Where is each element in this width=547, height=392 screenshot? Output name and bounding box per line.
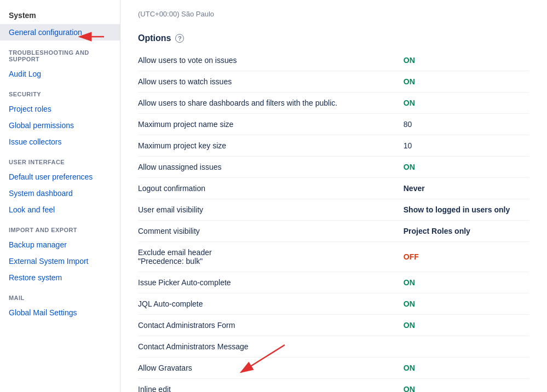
sidebar-section-section-import-export: IMPORT AND EXPORT (0, 218, 120, 237)
row-label-inline-edit: Inline edit (138, 379, 393, 393)
table-row-max-project-name: Maximum project name size80 (138, 114, 529, 135)
table-row-vote-issues: Allow users to vote on issuesON (138, 50, 529, 71)
row-value-max-project-name: 80 (393, 114, 529, 135)
sidebar-item-label-issue-collectors: Issue collectors (9, 137, 61, 146)
table-row-max-project-key: Maximum project key size10 (138, 135, 529, 157)
table-row-contact-admin-form: Contact Administrators FormON (138, 315, 529, 336)
table-row-inline-edit: Inline editON (138, 379, 529, 393)
row-value-allow-gravatars: ON (393, 358, 529, 379)
row-value-max-project-key: 10 (393, 135, 529, 157)
table-row-jql-autocomplete: JQL Auto-completeON (138, 293, 529, 315)
table-row-email-header: Exclude email header"Precedence: bulk"OF… (138, 242, 529, 272)
row-label-contact-admin-message: Contact Administrators Message (138, 336, 393, 358)
main-content: (UTC+00:00) São Paulo Options ? Allow us… (120, 0, 547, 392)
sidebar-item-issue-collectors[interactable]: Issue collectors (0, 134, 120, 150)
sidebar-item-label-backup-manager: Backup manager (9, 240, 67, 249)
table-row-share-dashboards: Allow users to share dashboards and filt… (138, 93, 529, 114)
top-breadcrumb: (UTC+00:00) São Paulo (138, 0, 529, 20)
row-value-watch-issues: ON (393, 71, 529, 93)
row-label-issue-picker: Issue Picker Auto-complete (138, 272, 393, 293)
row-value-logout-confirmation: Never (393, 178, 529, 199)
row-value-email-header: OFF (393, 242, 529, 272)
sidebar-top-label: System (0, 7, 120, 24)
sidebar-section-section-user-interface: USER INTERFACE (0, 150, 120, 169)
sidebar-item-label-system-dashboard: System dashboard (9, 189, 73, 198)
row-value-vote-issues: ON (393, 50, 529, 71)
row-label-contact-admin-form: Contact Administrators Form (138, 315, 393, 336)
sidebar-item-look-and-feel[interactable]: Look and feel (0, 201, 120, 218)
sidebar-item-general-configuration[interactable]: General configuration (0, 24, 120, 41)
table-row-issue-picker: Issue Picker Auto-completeON (138, 272, 529, 293)
row-value-comment-visibility: Project Roles only (393, 221, 529, 242)
table-row-allow-gravatars: Allow GravatarsON (138, 358, 529, 379)
sidebar-item-label-look-and-feel: Look and feel (9, 205, 55, 214)
options-table: Allow users to vote on issuesONAllow use… (138, 50, 529, 392)
row-label-email-visibility: User email visibility (138, 199, 393, 221)
row-label-logout-confirmation: Logout confirmation (138, 178, 393, 199)
table-row-email-visibility: User email visibilityShow to logged in u… (138, 199, 529, 221)
sidebar-item-external-system-import[interactable]: External System Import (0, 253, 120, 269)
table-row-contact-admin-message: Contact Administrators Message (138, 336, 529, 358)
row-label-allow-gravatars: Allow Gravatars (138, 358, 393, 379)
row-label-watch-issues: Allow users to watch issues (138, 71, 393, 93)
row-value-inline-edit: ON (393, 379, 529, 393)
row-value-contact-admin-form: ON (393, 315, 529, 336)
row-label-jql-autocomplete: JQL Auto-complete (138, 293, 393, 315)
row-value-unassigned-issues: ON (393, 157, 529, 178)
sidebar-item-audit-log[interactable]: Audit Log (0, 66, 120, 82)
sidebar-item-label-global-permissions: Global permissions (9, 121, 74, 130)
row-label-vote-issues: Allow users to vote on issues (138, 50, 393, 71)
table-row-watch-issues: Allow users to watch issuesON (138, 71, 529, 93)
sidebar-item-global-mail-settings[interactable]: Global Mail Settings (0, 304, 120, 321)
options-title: Options (138, 33, 171, 43)
sidebar-item-label-external-system-import: External System Import (9, 257, 89, 266)
sidebar-section-section-security: SECURITY (0, 82, 120, 101)
row-label-max-project-key: Maximum project key size (138, 135, 393, 157)
sidebar-item-default-user-preferences[interactable]: Default user preferences (0, 169, 120, 185)
row-label-comment-visibility: Comment visibility (138, 221, 393, 242)
help-icon[interactable]: ? (175, 34, 184, 43)
sidebar-section-section-mail: MAIL (0, 286, 120, 304)
row-label-max-project-name: Maximum project name size (138, 114, 393, 135)
top-value: (UTC+00:00) São Paulo (138, 10, 214, 18)
table-row-unassigned-issues: Allow unassigned issuesON (138, 157, 529, 178)
sidebar-item-backup-manager[interactable]: Backup manager (0, 237, 120, 253)
sidebar-item-label-project-roles: Project roles (9, 105, 51, 113)
row-value-jql-autocomplete: ON (393, 293, 529, 315)
sidebar-item-restore-system[interactable]: Restore system (0, 269, 120, 286)
row-value-issue-picker: ON (393, 272, 529, 293)
row-label-email-header: Exclude email header"Precedence: bulk" (138, 242, 393, 272)
sidebar-item-system-dashboard[interactable]: System dashboard (0, 185, 120, 201)
table-row-logout-confirmation: Logout confirmationNever (138, 178, 529, 199)
row-value-email-visibility: Show to logged in users only (393, 199, 529, 221)
sidebar-item-label-restore-system: Restore system (9, 273, 62, 282)
options-section-header: Options ? (138, 20, 529, 50)
sidebar-section-section-troubleshooting: TROUBLESHOOTING AND SUPPORT (0, 41, 120, 66)
row-value-share-dashboards: ON (393, 93, 529, 114)
sidebar-item-label-general-configuration: General configuration (9, 28, 82, 37)
sidebar-item-label-global-mail-settings: Global Mail Settings (9, 308, 77, 317)
row-value-contact-admin-message (393, 336, 529, 358)
row-label-share-dashboards: Allow users to share dashboards and filt… (138, 93, 393, 114)
sidebar-item-project-roles[interactable]: Project roles (0, 101, 120, 117)
sidebar-item-label-default-user-preferences: Default user preferences (9, 172, 93, 181)
sidebar: System General configurationTROUBLESHOOT… (0, 0, 120, 392)
sidebar-item-global-permissions[interactable]: Global permissions (0, 117, 120, 134)
table-row-comment-visibility: Comment visibilityProject Roles only (138, 221, 529, 242)
sidebar-item-label-audit-log: Audit Log (9, 70, 41, 78)
row-label-unassigned-issues: Allow unassigned issues (138, 157, 393, 178)
